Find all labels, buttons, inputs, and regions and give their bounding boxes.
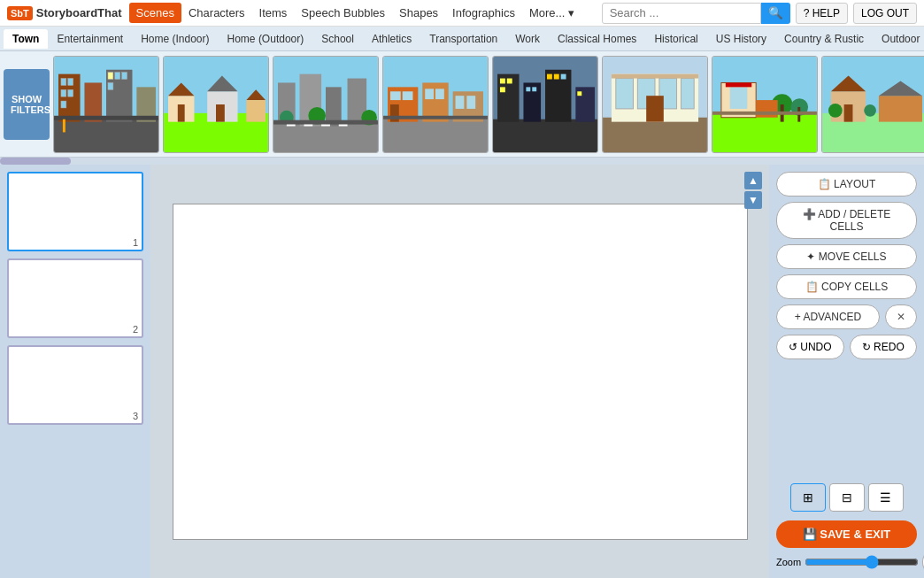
show-filters-button[interactable]: SHOW FILTERS [4, 69, 50, 140]
layout-grid-button[interactable]: ⊞ [790, 483, 826, 512]
svg-rect-48 [425, 89, 434, 99]
redo-button[interactable]: ↻ REDO [850, 335, 918, 359]
cat-tab-athletics[interactable]: Athletics [363, 29, 420, 49]
svg-rect-68 [577, 91, 581, 96]
svg-rect-45 [403, 91, 413, 100]
svg-rect-79 [712, 112, 817, 151]
scene-thumb-8[interactable] [821, 56, 924, 153]
page-thumb-3[interactable]: 3 [7, 345, 143, 425]
svg-rect-6 [68, 89, 73, 96]
undo-button[interactable]: ↺ UNDO [776, 335, 844, 359]
svg-rect-70 [603, 117, 707, 151]
down-button[interactable]: ▼ [744, 191, 762, 209]
svg-rect-81 [730, 87, 748, 109]
svg-rect-65 [554, 73, 559, 79]
search-area: 🔍 ? HELP LOG OUT [602, 3, 917, 24]
nav-speech-bubbles[interactable]: Speech Bubbles [294, 3, 392, 23]
add-delete-cells-button[interactable]: ➕ ADD / DELETE CELLS [776, 202, 917, 239]
nav-scenes[interactable]: Scenes [129, 3, 181, 23]
search-input[interactable] [602, 3, 761, 24]
svg-rect-36 [273, 119, 378, 124]
cat-tab-historical[interactable]: Historical [645, 29, 706, 49]
cat-tab-us-history[interactable]: US History [707, 29, 775, 49]
svg-rect-44 [390, 91, 401, 100]
category-tabs: Town Entertainment Home (Indoor) Home (O… [0, 27, 924, 51]
up-button[interactable]: ▲ [744, 172, 762, 189]
scene-thumb-3[interactable] [273, 56, 379, 153]
cat-tab-town[interactable]: Town [4, 29, 48, 49]
cat-tab-transportation[interactable]: Transportation [420, 29, 506, 49]
scenes-scrollbar[interactable] [0, 158, 924, 165]
help-button[interactable]: ? HELP [796, 3, 848, 24]
scene-thumb-4[interactable] [382, 56, 489, 153]
page-thumb-2[interactable]: 2 [7, 258, 143, 338]
svg-rect-11 [115, 72, 120, 79]
svg-rect-75 [681, 78, 694, 108]
scene-thumb-6[interactable] [602, 56, 708, 153]
save-exit-button[interactable]: 💾 SAVE & EXIT [776, 520, 917, 548]
scenes-strip: SHOW FILTERS [0, 51, 924, 158]
scene-thumb-7[interactable] [712, 56, 818, 153]
nav-shapes[interactable]: Shapes [392, 3, 445, 23]
svg-rect-24 [216, 104, 225, 122]
cat-tab-country-rustic[interactable]: Country & Rustic [775, 29, 873, 49]
page-num-2: 2 [133, 324, 138, 335]
cat-tab-home-indoor[interactable]: Home (Indoor) [132, 29, 218, 49]
svg-rect-57 [500, 78, 505, 83]
page-num-1: 1 [133, 237, 138, 248]
svg-rect-93 [844, 104, 853, 122]
logo-icon: SbT [7, 6, 33, 20]
svg-rect-40 [339, 124, 348, 126]
svg-rect-21 [178, 104, 185, 122]
left-panel: 1 2 3 [0, 165, 150, 578]
scene-thumb-1[interactable] [53, 56, 159, 153]
cat-tab-work[interactable]: Work [506, 29, 549, 49]
svg-rect-53 [383, 115, 488, 119]
svg-rect-77 [612, 73, 698, 78]
undo-redo-row: ↺ UNDO ↻ REDO [776, 335, 917, 359]
svg-rect-49 [435, 89, 444, 99]
svg-rect-28 [273, 121, 378, 151]
scene-thumb-2[interactable] [163, 56, 269, 153]
main-layout: 1 2 3 ▲ ▼ 📋 LAYOUT ➕ ADD / DELETE CELLS … [0, 165, 924, 578]
page-thumb-1[interactable]: 1 [7, 172, 143, 251]
nav-characters[interactable]: Characters [181, 3, 252, 23]
layout-button[interactable]: 📋 LAYOUT [776, 172, 917, 197]
zoom-slider[interactable] [805, 555, 919, 569]
cat-tab-classical-homes[interactable]: Classical Homes [549, 29, 645, 49]
x-button[interactable]: ✕ [885, 304, 917, 329]
storyboard-canvas[interactable] [173, 204, 748, 540]
cat-tab-outdoor[interactable]: Outdoor [873, 29, 924, 49]
move-cells-button[interactable]: ✦ MOVE CELLS [776, 244, 917, 269]
scene-thumb-5[interactable] [492, 56, 598, 153]
logout-button[interactable]: LOG OUT [853, 3, 917, 24]
nav-items[interactable]: Items [252, 3, 295, 23]
cat-tab-home-outdoor[interactable]: Home (Outdoor) [219, 29, 313, 49]
svg-rect-82 [726, 82, 751, 87]
svg-rect-12 [122, 72, 127, 79]
cat-tab-school[interactable]: School [312, 29, 363, 49]
svg-rect-94 [879, 96, 922, 121]
cat-tab-entertainment[interactable]: Entertainment [48, 29, 132, 49]
nav-infographics[interactable]: Infographics [445, 3, 522, 23]
svg-rect-7 [61, 101, 66, 108]
svg-point-96 [828, 104, 843, 118]
advanced-row: + ADVANCED ✕ [776, 304, 917, 329]
svg-rect-25 [246, 100, 266, 122]
logo-text: StoryboardThat [36, 6, 122, 19]
svg-rect-64 [547, 73, 552, 79]
svg-rect-4 [68, 78, 73, 85]
nav-more[interactable]: More... ▾ [522, 3, 581, 23]
svg-rect-60 [523, 82, 541, 121]
advanced-button[interactable]: + ADVANCED [776, 304, 880, 329]
scenes-scrollbar-thumb[interactable] [0, 158, 71, 165]
copy-cells-button[interactable]: 📋 COPY CELLS [776, 274, 917, 299]
layout-list-button[interactable]: ☰ [868, 483, 904, 512]
svg-rect-15 [54, 115, 158, 119]
search-button[interactable]: 🔍 [761, 3, 790, 24]
svg-rect-66 [561, 73, 566, 79]
svg-rect-55 [493, 119, 597, 151]
layout-two-col-button[interactable]: ⊟ [829, 483, 865, 512]
svg-rect-72 [616, 78, 634, 108]
svg-rect-37 [287, 124, 296, 126]
